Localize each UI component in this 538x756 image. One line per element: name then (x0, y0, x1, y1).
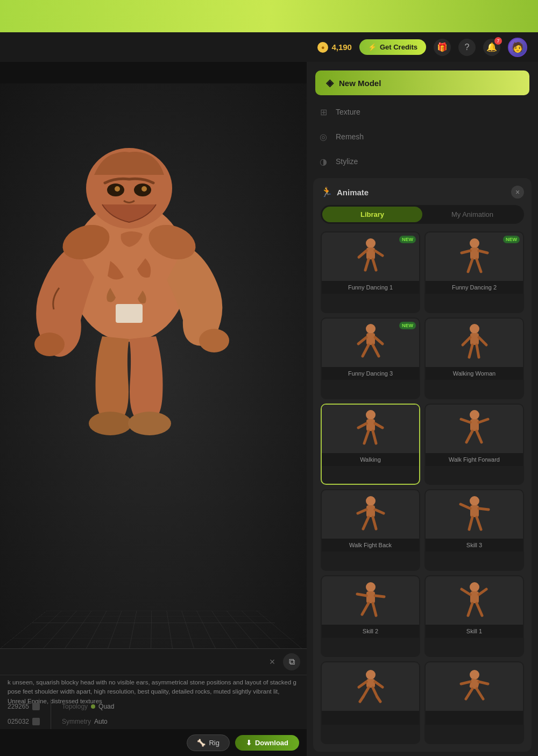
svg-line-33 (463, 337, 470, 345)
menu-item-remesh[interactable]: ◎ Remesh (307, 124, 538, 149)
topology-status-dot (91, 704, 95, 709)
get-credits-button[interactable]: ⚡ Get Credits (359, 39, 426, 55)
notifications-button[interactable]: 🔔 7 (483, 39, 500, 56)
anim-card-skill-2[interactable]: Skill 2 (321, 575, 420, 657)
svg-line-69 (462, 589, 470, 595)
remesh-label: Remesh (336, 132, 364, 141)
anim-thumb-walking-woman (426, 319, 523, 367)
svg-line-29 (363, 345, 369, 356)
help-button[interactable]: ? (458, 39, 476, 56)
svg-rect-56 (470, 505, 479, 517)
anim-card-walking[interactable]: Walking (321, 404, 420, 485)
anim-card-funny-dancing-1[interactable]: NEW Funny Dancing 1 (321, 231, 420, 313)
animate-close-button[interactable]: × (511, 186, 524, 199)
svg-line-63 (357, 594, 366, 596)
stylize-icon: ◑ (317, 156, 329, 167)
anim-card-12[interactable] (424, 661, 524, 744)
anim-card-funny-dancing-3[interactable]: NEW Funny Dancing 3 (321, 317, 420, 399)
download-icon: ⬇ (246, 739, 252, 747)
svg-point-31 (470, 324, 479, 334)
anim-thumb-funny-dancing-3: NEW (322, 319, 419, 367)
animate-header: 🏃 Animate × (321, 186, 524, 199)
anim-thumb-skill-3 (426, 490, 523, 539)
copy-id2-button[interactable] (32, 703, 40, 710)
bottom-panel: × ⧉ k unseen, squarish blocky head with … (0, 648, 307, 756)
new-badge-3: NEW (399, 322, 416, 329)
svg-line-64 (375, 596, 384, 597)
anim-label-skill-3: Skill 3 (426, 539, 523, 552)
anim-card-skill-1[interactable]: Skill 1 (424, 575, 524, 657)
download-button[interactable]: ⬇ Download (235, 735, 299, 751)
anim-card-11[interactable] (321, 661, 420, 744)
anim-card-skill-3[interactable]: Skill 3 (424, 489, 524, 571)
svg-line-70 (479, 589, 486, 595)
lightning-icon: ⚡ (368, 43, 377, 51)
credits-display: ● 4,190 (317, 42, 352, 53)
svg-line-16 (375, 251, 383, 256)
svg-line-40 (375, 423, 383, 428)
symmetry-label: Symmetry (62, 718, 91, 725)
svg-line-36 (477, 345, 479, 357)
meta-symmetry: Symmetry Auto (62, 718, 108, 725)
svg-point-55 (470, 496, 479, 506)
svg-line-54 (373, 517, 376, 529)
anim-thumb-skill-1 (426, 576, 523, 625)
svg-point-19 (470, 238, 479, 248)
viewport: × ⧉ k unseen, squarish blocky head with … (0, 62, 307, 756)
texture-icon: ⊞ (317, 106, 329, 118)
menu-item-stylize[interactable]: ◑ Stylize (307, 149, 538, 174)
notification-badge: 7 (494, 37, 502, 45)
svg-line-48 (477, 431, 482, 442)
bottom-panel-close[interactable]: × (266, 655, 279, 668)
svg-line-76 (375, 682, 383, 687)
svg-line-21 (462, 251, 470, 253)
svg-point-8 (34, 333, 65, 356)
avatar[interactable]: 🧑 (508, 38, 527, 57)
svg-point-73 (366, 670, 376, 680)
rig-button[interactable]: 🦴 Rig (187, 734, 230, 751)
menu-item-texture[interactable]: ⊞ Texture (307, 100, 538, 124)
anim-card-funny-dancing-2[interactable]: NEW Funny Dancing 2 (424, 231, 524, 313)
symmetry-value: Auto (94, 718, 108, 725)
svg-line-57 (461, 504, 470, 508)
svg-line-28 (375, 337, 383, 344)
copy-id1-button[interactable] (32, 718, 40, 725)
svg-point-4 (115, 186, 120, 192)
animation-grid: NEW Funny Dancing 1 NEW (321, 231, 524, 744)
tab-library[interactable]: Library (322, 207, 422, 222)
svg-line-65 (362, 603, 369, 614)
download-label: Download (255, 739, 288, 747)
anim-label-skill-1: Skill 1 (426, 625, 523, 638)
svg-line-17 (365, 259, 369, 270)
meta-row: 025032 Symmetry Auto (0, 714, 307, 729)
svg-line-80 (377, 697, 380, 702)
svg-line-51 (358, 510, 366, 513)
anim-card-walk-fight-back[interactable]: Walk Fight Back (321, 489, 420, 571)
svg-line-18 (373, 259, 376, 270)
tab-my-animation[interactable]: My Animation (422, 207, 522, 222)
meta-divider-1 (51, 714, 51, 729)
credits-value: 4,190 (331, 43, 352, 52)
animate-title: 🏃 Animate (321, 186, 369, 198)
meta-row-2: 229265 Topology Quad (0, 699, 307, 714)
anim-thumb-walk-fight-back (322, 490, 419, 539)
svg-line-23 (468, 259, 472, 272)
anim-card-walking-woman[interactable]: Walking Woman (424, 317, 524, 399)
gift-button[interactable]: 🎁 (434, 39, 451, 56)
svg-point-7 (199, 329, 229, 352)
new-model-button[interactable]: ◈ New Model (315, 70, 529, 95)
copy-prompt-button[interactable]: ⧉ (283, 653, 300, 670)
svg-rect-32 (470, 333, 479, 345)
anim-card-walk-fight-forward[interactable]: Walk Fight Forward (424, 404, 524, 485)
svg-line-24 (477, 259, 481, 272)
svg-rect-38 (366, 419, 375, 431)
new-badge-1: NEW (399, 236, 416, 243)
svg-point-67 (470, 582, 479, 592)
svg-line-84 (479, 682, 488, 684)
anim-thumb-walk-fight-forward (426, 405, 523, 453)
svg-point-61 (366, 582, 376, 592)
top-bar (0, 0, 538, 32)
svg-line-46 (479, 419, 488, 422)
anim-label-funny-dancing-1: Funny Dancing 1 (322, 281, 419, 294)
svg-point-81 (470, 670, 479, 680)
